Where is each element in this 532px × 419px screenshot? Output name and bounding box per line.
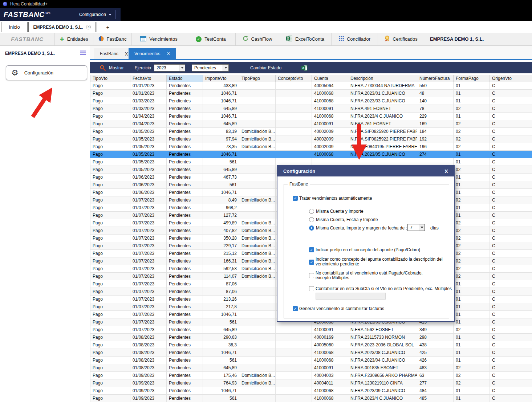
table-row[interactable]: Pago01/05/2023Pendientes83,19Domiciliaci…	[90, 128, 532, 135]
column-header-tipovto[interactable]: TipoVto	[90, 75, 130, 82]
ribbon-item-certificados[interactable]: Certificados	[378, 33, 424, 45]
cell-cuenta: 41000068	[312, 349, 348, 357]
table-row[interactable]: Pago01/05/2023Pendientes56101C	[90, 158, 532, 166]
cell-origenvto: C	[490, 113, 532, 120]
dialog-titlebar[interactable]: Configuración X	[277, 166, 454, 176]
table-row[interactable]: Pago01/07/2023Pendientes645,8941000091N.…	[90, 326, 532, 334]
cell-importevto: 645,89	[203, 105, 239, 113]
column-header-origenvto[interactable]: OrigenVto	[490, 75, 532, 82]
cell-tipovto: Pago	[90, 242, 130, 250]
table-row[interactable]: Pago01/08/2023Pendientes645,8941000091N.…	[90, 364, 532, 372]
ribbon-item-cashflow[interactable]: CashFlow	[235, 33, 279, 45]
column-header-tipopago[interactable]: TipoPago	[239, 75, 276, 82]
table-row[interactable]: Pago01/09/2023Pendientes764,93Domiciliac…	[90, 379, 532, 387]
ribbon-item-entidades[interactable]: + Entidades	[54, 33, 93, 45]
table-row[interactable]: Pago01/09/2023Pendientes56141000068N.FRA…	[90, 395, 532, 402]
cell-fechavto: 01/07/2023	[130, 235, 167, 242]
cell-estado: Pendientes	[167, 227, 203, 235]
new-tab-button[interactable]: +	[97, 22, 119, 32]
close-tab-icon[interactable]: X	[125, 52, 128, 56]
column-header-importevto[interactable]: ImporteVto	[203, 75, 239, 82]
ejercicio-select[interactable]: 2023	[154, 64, 185, 72]
tab-inicio[interactable]: Inicio	[1, 22, 28, 32]
column-header-formapago[interactable]: FormaPago	[454, 75, 490, 82]
tab-empresa-demo[interactable]: EMPRESA DEMO 1, S.L. ×	[28, 22, 96, 32]
doc-tab-fastbanc[interactable]: FastBanc X	[94, 48, 134, 59]
checkbox-generar-vencimiento[interactable]	[293, 306, 298, 311]
table-row[interactable]: Pago01/03/2023Pendientes1046,7141000068N…	[90, 97, 532, 105]
cell-tipovto: Pago	[90, 227, 130, 235]
subcta-input[interactable]	[316, 293, 386, 300]
cell-formapago: 01	[454, 288, 490, 296]
brand-panel: FASTBANCWF Configuración	[0, 8, 121, 21]
cell-tipovto: Pago	[90, 158, 130, 166]
radio-misma-cuenta-fecha-importe[interactable]	[309, 217, 314, 222]
cambiar-estado-button[interactable]: Cambiar Estado	[250, 65, 281, 70]
cell-importevto: 215,12	[203, 250, 239, 257]
checkbox-contabilizar-subcta[interactable]	[309, 286, 314, 291]
cell-tipopago	[239, 166, 276, 174]
checkbox-prefijo-concepto[interactable]	[309, 247, 314, 252]
table-row[interactable]: Pago01/04/2023Pendientes645,8941000091N.…	[90, 120, 532, 128]
export-excel-button[interactable]: X	[301, 65, 308, 71]
margen-dias-select[interactable]: 7	[407, 224, 425, 231]
table-row[interactable]: Pago01/05/2023Pendientes1046,7141000068N…	[90, 151, 532, 158]
column-header-conceptovto[interactable]: ConceptoVto	[276, 75, 312, 82]
table-row[interactable]: Pago01/04/2023Pendientes1046,7141000068N…	[90, 113, 532, 120]
cell-origenvto: C	[490, 105, 532, 113]
column-header-descripcion[interactable]: Descripción	[348, 75, 417, 82]
menu-configuracion[interactable]: Configuración	[79, 12, 111, 17]
table-row[interactable]: Pago01/05/2023Pendientes97,94Domiciliaci…	[90, 135, 532, 143]
cell-descripcion: N.FRA.2023/4 C.JUANICO	[348, 395, 417, 402]
ribbon-item-label: CashFlow	[251, 36, 272, 42]
cell-estado: Pendientes	[167, 303, 203, 311]
menu-list-icon[interactable]	[80, 50, 86, 56]
column-header-numerofactura[interactable]: NúmeroFactura	[417, 75, 454, 82]
table-row[interactable]: Pago01/08/2023Pendientes290,6340000169N.…	[90, 334, 532, 341]
document-tabstrip: FastBanc X Vencimientos X	[90, 46, 532, 59]
table-row[interactable]: Pago01/08/2023Pendientes56141000068N.FRA…	[90, 357, 532, 364]
cell-origenvto: C	[490, 174, 532, 181]
estado-filter-select[interactable]: Pendientes	[192, 64, 229, 72]
column-header-estado[interactable]: Estado	[167, 75, 203, 82]
cell-origenvto: C	[490, 212, 532, 219]
column-header-fechavto[interactable]: FechaVto	[130, 75, 167, 82]
radio-margen-fecha[interactable]	[309, 225, 314, 231]
checkbox-tratar-vencimientos[interactable]	[293, 196, 298, 201]
doc-tab-vencimientos[interactable]: Vencimientos X	[129, 48, 176, 59]
ribbon-item-exceltoconta[interactable]: X ExcelToConta	[279, 33, 331, 45]
cell-origenvto: C	[490, 204, 532, 212]
table-row[interactable]: Pago01/08/2023Pendientes1046,7141000068N…	[90, 349, 532, 357]
cell-origenvto: C	[490, 387, 532, 395]
ribbon-item-fastbanc[interactable]: FastBanc	[93, 33, 131, 45]
column-header-cuenta[interactable]: Cuenta	[312, 75, 348, 82]
cell-importevto: 166,31	[203, 257, 239, 265]
search-icon[interactable]	[100, 65, 106, 71]
ribbon-item-vencimientos[interactable]: Vencimientos	[131, 33, 186, 45]
table-row[interactable]: Pago01/03/2023Pendientes645,8941000091N.…	[90, 105, 532, 113]
cell-fechavto: 01/01/2023	[130, 90, 167, 97]
radio-misma-cuenta-importe[interactable]	[309, 209, 314, 214]
cell-tipovto: Pago	[90, 326, 130, 334]
ribbon-item-conciliador[interactable]: Conciliador	[331, 33, 378, 45]
table-row[interactable]: Pago01/05/2023Pendientes78,35Domiciliaci…	[90, 143, 532, 151]
close-tab-icon[interactable]: ×	[86, 25, 91, 29]
cell-tipovto: Pago	[90, 311, 130, 318]
checkbox-no-contabilizar[interactable]	[309, 273, 314, 278]
table-row[interactable]: Pago01/08/2023Pendientes36,340005060N.FR…	[90, 341, 532, 349]
table-row[interactable]: Pago01/09/2023Pendientes1046,7141000068N…	[90, 387, 532, 395]
table-row[interactable]: Pago01/09/2023Pendientes175,46Domiciliac…	[90, 372, 532, 379]
close-tab-icon[interactable]: X	[167, 51, 170, 56]
cell-origenvto: C	[490, 364, 532, 372]
cell-importevto: 97,94	[203, 135, 239, 143]
cell-formapago: 01	[454, 387, 490, 395]
ribbon-item-testconta[interactable]: ✓ TestConta	[186, 33, 235, 45]
cell-conceptovto	[276, 341, 312, 349]
table-row[interactable]: Pago01/01/2023Pendientes433,8940005064N.…	[90, 82, 532, 90]
cell-importevto: 561	[203, 158, 239, 166]
checkbox-concepto-descripcion[interactable]	[309, 260, 314, 265]
configuracion-button[interactable]: ⚙ Configuración	[6, 65, 87, 80]
table-row[interactable]: Pago01/01/2023Pendientes1046,7141000068N…	[90, 90, 532, 97]
dialog-close-button[interactable]: X	[444, 168, 448, 174]
mostrar-button[interactable]: Mostrar	[109, 65, 124, 70]
